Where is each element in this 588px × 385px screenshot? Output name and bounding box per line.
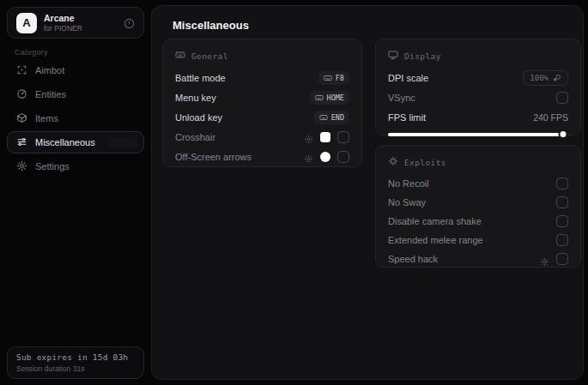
keybind-button[interactable]: HOME: [310, 91, 349, 105]
panel-general: General Battle mode F8 Menu key HOME: [162, 39, 362, 167]
panel-exploits-header: Exploits: [388, 155, 568, 169]
sidebar-nav: Aimbot Entities Items: [7, 59, 144, 179]
setting-row-fps-limit: FPS limit 240 FPS: [388, 107, 568, 127]
gear-icon[interactable]: [304, 132, 313, 141]
no-recoil-checkbox[interactable]: [556, 177, 568, 189]
bug-icon: [388, 156, 398, 168]
fps-slider-fill: [388, 133, 563, 136]
app-title: Arcane: [44, 13, 82, 23]
keybind-value: HOME: [327, 93, 344, 102]
setting-label: Disable camera shake: [388, 216, 482, 226]
setting-label: FPS limit: [388, 112, 426, 123]
fps-slider-knob[interactable]: [560, 131, 566, 137]
sliders-icon: [16, 136, 27, 149]
setting-label: VSync: [388, 93, 415, 103]
no-sway-checkbox[interactable]: [556, 196, 568, 208]
setting-row-no-sway: No Sway: [388, 193, 568, 212]
keyboard-icon: [324, 74, 332, 82]
setting-label: Menu key: [175, 93, 216, 103]
setting-label: Unload key: [175, 112, 222, 123]
sub-expiry-text: Sub expires in 15d 03h: [16, 352, 135, 362]
setting-row-menu-key: Menu key HOME: [175, 87, 349, 107]
setting-label: Off-Screen arrows: [175, 152, 252, 162]
keyboard-icon: [315, 93, 324, 102]
power-icon[interactable]: [124, 17, 135, 28]
keyboard-icon: [319, 113, 328, 122]
panel-display-header: Display: [388, 49, 568, 63]
setting-row-vsync: VSync: [388, 87, 568, 107]
setting-row-disable-camera-shake: Disable camera shake: [388, 212, 568, 231]
category-label: Category: [15, 48, 48, 57]
fps-limit-slider[interactable]: [388, 131, 568, 137]
setting-row-no-recoil: No Recoil: [388, 174, 568, 193]
scale-icon: [553, 74, 561, 82]
dpi-scale-select[interactable]: 100%: [523, 70, 568, 86]
panel-title: Display: [404, 51, 441, 61]
app-subtitle: for PIONER: [44, 24, 82, 33]
setting-label: Speed hack: [388, 254, 438, 264]
keybind-value: F8: [336, 74, 344, 82]
subscription-card: Sub expires in 15d 03h Session duration …: [7, 346, 144, 379]
color-swatch[interactable]: [320, 132, 330, 142]
crosshair-icon: [16, 64, 27, 77]
gear-icon[interactable]: [540, 255, 549, 264]
setting-row-speed-hack: Speed hack: [388, 250, 568, 268]
box-icon: [16, 112, 27, 125]
fps-limit-value: 240 FPS: [533, 112, 568, 123]
sidebar: A Arcane for PIONER Category A: [0, 0, 151, 385]
faded-hint-badge: [107, 137, 138, 148]
disable-camera-shake-checkbox[interactable]: [556, 215, 568, 227]
logo-card: A Arcane for PIONER: [7, 7, 144, 39]
gear-icon: [16, 160, 27, 173]
keybind-button[interactable]: END: [314, 111, 349, 124]
app-title-block: Arcane for PIONER: [44, 13, 82, 33]
sidebar-item-aimbot[interactable]: Aimbot: [7, 59, 144, 81]
panel-title: General: [191, 51, 228, 61]
setting-row-crosshair: Crosshair: [175, 127, 349, 147]
monitor-icon: [388, 50, 398, 62]
sidebar-item-entities[interactable]: Entities: [7, 83, 144, 105]
app-window: A Arcane for PIONER Category A: [0, 0, 588, 385]
setting-row-battle-mode: Battle mode F8: [175, 68, 349, 87]
panel-display: Display DPI scale 100% VSync: [375, 39, 581, 135]
sidebar-item-label: Settings: [35, 161, 70, 171]
gear-icon[interactable]: [304, 152, 313, 161]
sidebar-item-settings[interactable]: Settings: [7, 155, 144, 177]
sidebar-item-miscellaneous[interactable]: Miscellaneous: [7, 131, 144, 153]
setting-row-dpi-scale: DPI scale 100%: [388, 68, 568, 87]
setting-label: No Sway: [388, 197, 426, 208]
app-logo: A: [16, 13, 37, 33]
crosshair-checkbox[interactable]: [337, 131, 349, 143]
session-duration-text: Session duration 31s: [16, 364, 135, 373]
sidebar-item-label: Items: [35, 113, 58, 123]
panel-exploits: Exploits No Recoil No Sway Disable camer…: [375, 145, 581, 268]
color-swatch[interactable]: [320, 152, 330, 162]
setting-row-offscreen-arrows: Off-Screen arrows: [175, 147, 349, 166]
keybind-value: END: [331, 113, 344, 122]
radar-icon: [16, 88, 27, 101]
panel-title: Exploits: [404, 158, 446, 167]
keyboard-icon: [175, 50, 185, 62]
sidebar-item-label: Entities: [35, 89, 66, 99]
sidebar-item-label: Miscellaneous: [35, 137, 95, 147]
speed-hack-checkbox[interactable]: [556, 253, 568, 265]
vsync-checkbox[interactable]: [556, 92, 568, 104]
sidebar-item-items[interactable]: Items: [7, 107, 144, 129]
setting-label: Crosshair: [175, 132, 215, 142]
panel-general-header: General: [175, 49, 349, 63]
offscreen-arrows-checkbox[interactable]: [337, 151, 349, 163]
setting-row-extended-melee-range: Extended melee range: [388, 231, 568, 250]
extended-melee-range-checkbox[interactable]: [556, 234, 568, 246]
setting-label: Battle mode: [175, 73, 226, 83]
setting-row-unload-key: Unload key END: [175, 107, 349, 127]
main-content: Miscellaneous General Battle mode F8: [151, 5, 584, 380]
keybind-button[interactable]: F8: [318, 71, 349, 85]
page-title: Miscellaneous: [173, 19, 249, 32]
setting-label: No Recoil: [388, 178, 429, 189]
setting-label: Extended melee range: [388, 235, 483, 245]
dpi-scale-value: 100%: [530, 74, 549, 82]
setting-label: DPI scale: [388, 73, 428, 83]
sidebar-item-label: Aimbot: [35, 65, 64, 75]
